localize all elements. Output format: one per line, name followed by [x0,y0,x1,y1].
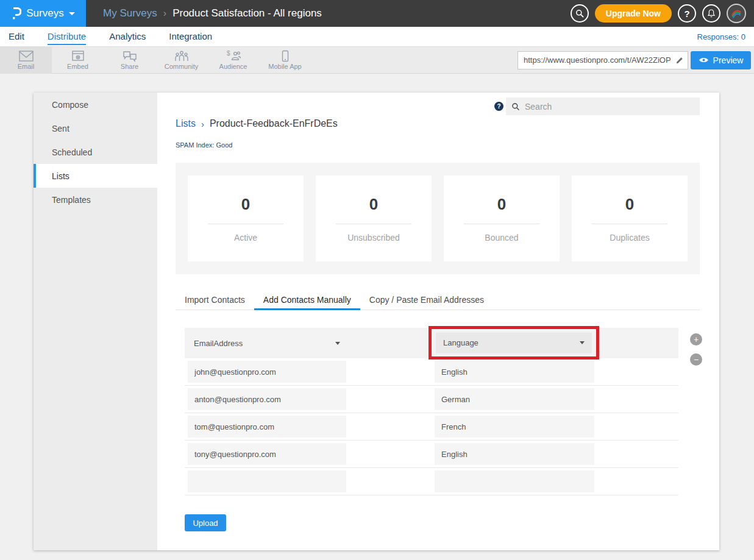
email-input[interactable] [188,470,346,492]
language-input[interactable] [435,416,594,438]
breadcrumb-lists-link[interactable]: Lists [176,118,196,129]
search-icon [511,102,520,111]
list-search-input[interactable] [525,102,694,112]
email-input[interactable] [188,416,346,438]
search-help-icon[interactable]: ? [494,102,503,111]
phone-icon [281,50,290,62]
envelope-icon [18,50,34,62]
toolbar-item-community[interactable]: Community [155,47,207,74]
product-name: Surveys [26,7,63,19]
divider [592,224,667,224]
distribute-toolbar: Email Embed Share Community $ Audience [0,46,754,74]
divider [208,224,283,224]
email-input[interactable] [188,361,346,383]
lists-breadcrumb: Lists › Product-Feedback-EnFrDeEs [176,118,338,129]
upload-button[interactable]: Upload [185,514,226,531]
preview-button[interactable]: Preview [691,51,751,69]
sidebar-item-templates[interactable]: Templates [34,188,157,211]
stat-value: 0 [316,195,432,214]
help-button[interactable]: ? [678,4,696,23]
header-search-button[interactable] [571,4,589,23]
nav-tab-integration[interactable]: Integration [169,28,212,45]
contacts-table: EmailAddress Language [185,328,678,495]
stat-label: Duplicates [572,233,688,243]
nav-tab-distribute[interactable]: Distribute [48,28,86,45]
breadcrumb-my-surveys[interactable]: My Surveys [103,7,157,19]
survey-url-box [517,51,688,69]
surveys-product-switcher[interactable]: Surveys [0,0,86,27]
bell-icon [706,9,716,18]
language-input[interactable] [435,470,594,492]
language-input[interactable] [435,443,594,465]
email-lists-panel: Compose Sent Scheduled Lists Templates ?… [34,93,719,550]
list-stats-panel: 0 Active 0 Unsubscribed 0 Bounced 0 Dupl… [176,163,700,274]
breadcrumb-separator: › [201,119,204,129]
people-group-icon [174,50,189,62]
email-input[interactable] [188,443,346,465]
nav-tab-edit[interactable]: Edit [9,28,24,45]
stat-label: Active [188,233,304,243]
red-highlight-annotation: Language [429,326,599,360]
contact-row [185,413,678,441]
survey-link-area: Preview [517,51,754,69]
chevron-down-icon [335,342,340,345]
lists-main-area: ? Lists › Product-Feedback-EnFrDeEs SPAM… [157,93,719,550]
remove-row-button[interactable]: − [690,353,702,366]
sidebar-item-sent[interactable]: Sent [34,116,157,140]
browser-gear-icon [71,50,85,62]
contact-row [185,386,678,413]
toolbar-item-mobile-app[interactable]: Mobile App [259,47,311,74]
top-header: Surveys My Surveys › Product Satisfactio… [0,0,754,27]
questionpro-logo-icon [11,7,21,20]
contacts-tabs: Import Contacts Add Contacts Manually Co… [176,291,700,310]
question-mark-icon: ? [684,9,689,19]
tab-import-contacts[interactable]: Import Contacts [176,291,254,310]
language-input[interactable] [435,361,594,383]
toolbar-item-share[interactable]: Share [104,47,155,74]
svg-text:$: $ [227,50,230,57]
email-input[interactable] [188,388,346,410]
toolbar-item-audience[interactable]: $ Audience [207,47,259,74]
avatar-rainbow-icon [730,7,743,20]
chevron-down-icon [580,341,585,344]
toolbar-item-email[interactable]: Email [0,47,52,74]
sidebar-item-compose[interactable]: Compose [34,93,157,116]
language-input[interactable] [435,388,594,410]
contact-row [185,441,678,468]
dollar-people-icon: $ [226,50,241,62]
stat-label: Unsubscribed [316,233,432,243]
header-breadcrumb: My Surveys › Product Satisfaction - All … [103,7,322,19]
stat-value: 0 [188,195,304,214]
email-address-column-dropdown[interactable]: EmailAddress [188,328,346,358]
toolbar-item-embed[interactable]: Embed [52,47,104,74]
language-column-dropdown[interactable]: Language [436,333,592,353]
tab-add-contacts-manually[interactable]: Add Contacts Manually [254,291,360,310]
stat-label: Bounced [444,233,560,243]
stat-card-bounced: 0 Bounced [444,175,560,261]
eye-icon [699,57,709,63]
spam-index: SPAM Index: Good [176,141,232,149]
chat-bubbles-icon [123,50,137,62]
stat-card-active: 0 Active [188,175,304,261]
tab-copy-paste-email-addresses[interactable]: Copy / Paste Email Addresses [360,291,493,310]
user-avatar[interactable] [727,4,746,23]
responses-count: Responses: 0 [697,32,746,41]
nav-tab-analytics[interactable]: Analytics [109,28,146,45]
breadcrumb-list-name: Product-Feedback-EnFrDeEs [210,118,338,129]
upgrade-now-button[interactable]: Upgrade Now [595,4,672,23]
notifications-button[interactable] [702,4,720,23]
chevron-down-icon [69,12,75,15]
add-row-button[interactable]: + [690,333,702,346]
email-sidebar: Compose Sent Scheduled Lists Templates [34,93,157,550]
spam-index-label: SPAM Index: [176,141,214,149]
spam-index-value: Good [216,141,232,149]
sidebar-item-scheduled[interactable]: Scheduled [34,140,157,164]
survey-url-input[interactable] [524,55,675,65]
edit-pencil-icon[interactable] [675,56,684,65]
stat-card-unsubscribed: 0 Unsubscribed [316,175,432,261]
divider [336,224,411,224]
stat-value: 0 [444,195,560,214]
header-actions: Upgrade Now ? [571,4,754,23]
breadcrumb-survey-title: Product Satisfaction - All regions [172,7,322,19]
sidebar-item-lists[interactable]: Lists [34,164,157,188]
